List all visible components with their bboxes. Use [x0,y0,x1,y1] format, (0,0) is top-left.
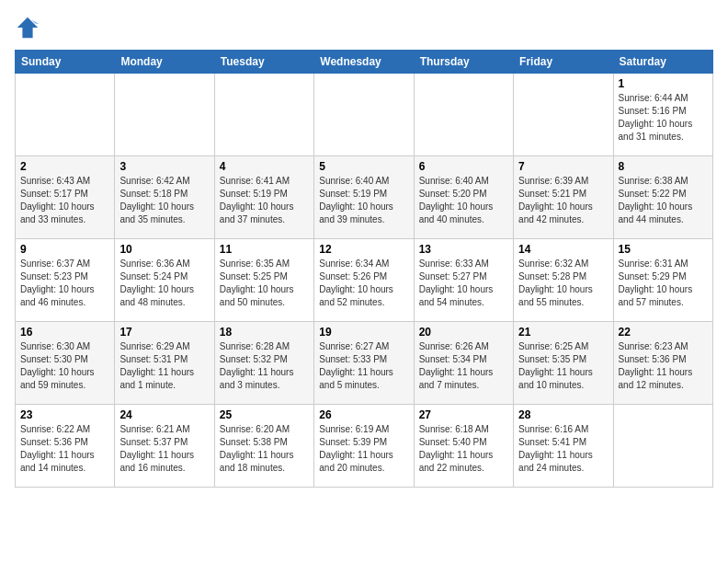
calendar-cell: 4Sunrise: 6:41 AM Sunset: 5:19 PM Daylig… [214,156,313,239]
logo-icon [15,15,40,40]
calendar-week-row: 9Sunrise: 6:37 AM Sunset: 5:23 PM Daylig… [16,239,713,322]
calendar-cell: 23Sunrise: 6:22 AM Sunset: 5:36 PM Dayli… [16,405,115,488]
calendar-week-row: 2Sunrise: 6:43 AM Sunset: 5:17 PM Daylig… [16,156,713,239]
calendar-cell: 5Sunrise: 6:40 AM Sunset: 5:19 PM Daylig… [314,156,414,239]
calendar-cell [16,74,115,156]
day-number: 23 [20,408,109,421]
weekday-header: Friday [514,51,613,74]
day-info: Sunrise: 6:40 AM Sunset: 5:19 PM Dayligh… [319,175,408,226]
day-number: 15 [619,243,708,256]
day-info: Sunrise: 6:41 AM Sunset: 5:19 PM Dayligh… [220,175,309,226]
day-info: Sunrise: 6:36 AM Sunset: 5:24 PM Dayligh… [119,258,209,309]
day-info: Sunrise: 6:26 AM Sunset: 5:34 PM Dayligh… [419,340,508,392]
day-number: 17 [119,326,209,339]
calendar-cell: 25Sunrise: 6:20 AM Sunset: 5:38 PM Dayli… [214,405,313,488]
day-info: Sunrise: 6:43 AM Sunset: 5:17 PM Dayligh… [20,175,109,226]
day-info: Sunrise: 6:21 AM Sunset: 5:37 PM Dayligh… [119,423,209,475]
day-info: Sunrise: 6:31 AM Sunset: 5:29 PM Dayligh… [619,258,708,309]
day-number: 6 [419,160,508,173]
day-info: Sunrise: 6:30 AM Sunset: 5:30 PM Dayligh… [20,340,109,392]
calendar-cell: 3Sunrise: 6:42 AM Sunset: 5:18 PM Daylig… [115,156,214,239]
day-info: Sunrise: 6:40 AM Sunset: 5:20 PM Dayligh… [419,175,508,226]
day-number: 11 [220,243,309,256]
day-info: Sunrise: 6:16 AM Sunset: 5:41 PM Dayligh… [518,423,608,475]
day-number: 2 [20,160,109,173]
day-info: Sunrise: 6:29 AM Sunset: 5:31 PM Dayligh… [119,340,209,392]
calendar-week-row: 16Sunrise: 6:30 AM Sunset: 5:30 PM Dayli… [16,322,713,405]
calendar-cell: 18Sunrise: 6:28 AM Sunset: 5:32 PM Dayli… [214,322,313,405]
calendar-cell [115,74,214,156]
day-number: 10 [119,243,209,256]
calendar-cell: 7Sunrise: 6:39 AM Sunset: 5:21 PM Daylig… [514,156,613,239]
day-info: Sunrise: 6:35 AM Sunset: 5:25 PM Dayligh… [220,258,309,309]
calendar-cell: 12Sunrise: 6:34 AM Sunset: 5:26 PM Dayli… [314,239,414,322]
day-info: Sunrise: 6:20 AM Sunset: 5:38 PM Dayligh… [220,423,309,475]
calendar-cell: 11Sunrise: 6:35 AM Sunset: 5:25 PM Dayli… [214,239,313,322]
day-info: Sunrise: 6:38 AM Sunset: 5:22 PM Dayligh… [619,175,708,226]
day-number: 3 [119,160,209,173]
calendar-table: SundayMondayTuesdayWednesdayThursdayFrid… [15,50,713,488]
day-number: 27 [419,408,508,421]
day-info: Sunrise: 6:32 AM Sunset: 5:28 PM Dayligh… [518,258,608,309]
day-info: Sunrise: 6:33 AM Sunset: 5:27 PM Dayligh… [419,258,508,309]
day-info: Sunrise: 6:22 AM Sunset: 5:36 PM Dayligh… [20,423,109,475]
day-number: 4 [220,160,309,173]
day-info: Sunrise: 6:27 AM Sunset: 5:33 PM Dayligh… [319,340,408,392]
calendar-cell: 19Sunrise: 6:27 AM Sunset: 5:33 PM Dayli… [314,322,414,405]
day-number: 19 [319,326,408,339]
calendar-cell [314,74,414,156]
calendar-cell: 20Sunrise: 6:26 AM Sunset: 5:34 PM Dayli… [414,322,513,405]
calendar-cell [414,74,513,156]
weekday-header: Sunday [16,51,115,74]
calendar-cell: 28Sunrise: 6:16 AM Sunset: 5:41 PM Dayli… [514,405,613,488]
day-number: 21 [518,326,608,339]
calendar-cell: 6Sunrise: 6:40 AM Sunset: 5:20 PM Daylig… [414,156,513,239]
day-number: 24 [119,408,209,421]
calendar-cell: 2Sunrise: 6:43 AM Sunset: 5:17 PM Daylig… [16,156,115,239]
day-number: 26 [319,408,408,421]
weekday-header: Tuesday [214,51,313,74]
calendar-cell: 10Sunrise: 6:36 AM Sunset: 5:24 PM Dayli… [115,239,214,322]
day-number: 14 [518,243,608,256]
weekday-header: Thursday [414,51,513,74]
day-info: Sunrise: 6:42 AM Sunset: 5:18 PM Dayligh… [119,175,209,226]
calendar-cell [214,74,313,156]
calendar-cell [514,74,613,156]
calendar-cell: 22Sunrise: 6:23 AM Sunset: 5:36 PM Dayli… [613,322,712,405]
weekday-header: Saturday [613,51,712,74]
day-number: 1 [619,77,708,90]
calendar-cell: 27Sunrise: 6:18 AM Sunset: 5:40 PM Dayli… [414,405,513,488]
calendar-week-row: 23Sunrise: 6:22 AM Sunset: 5:36 PM Dayli… [16,405,713,488]
calendar-cell: 17Sunrise: 6:29 AM Sunset: 5:31 PM Dayli… [115,322,214,405]
day-number: 5 [319,160,408,173]
day-info: Sunrise: 6:25 AM Sunset: 5:35 PM Dayligh… [518,340,608,392]
day-number: 7 [518,160,608,173]
page-header [15,15,713,40]
day-info: Sunrise: 6:37 AM Sunset: 5:23 PM Dayligh… [20,258,109,309]
calendar-cell: 8Sunrise: 6:38 AM Sunset: 5:22 PM Daylig… [613,156,712,239]
weekday-header: Wednesday [314,51,414,74]
calendar-cell: 1Sunrise: 6:44 AM Sunset: 5:16 PM Daylig… [613,74,712,156]
calendar-cell [613,405,712,488]
calendar-cell: 15Sunrise: 6:31 AM Sunset: 5:29 PM Dayli… [613,239,712,322]
calendar-cell: 24Sunrise: 6:21 AM Sunset: 5:37 PM Dayli… [115,405,214,488]
day-info: Sunrise: 6:18 AM Sunset: 5:40 PM Dayligh… [419,423,508,475]
day-info: Sunrise: 6:39 AM Sunset: 5:21 PM Dayligh… [518,175,608,226]
calendar-week-row: 1Sunrise: 6:44 AM Sunset: 5:16 PM Daylig… [16,74,713,156]
day-number: 18 [220,326,309,339]
day-info: Sunrise: 6:23 AM Sunset: 5:36 PM Dayligh… [619,340,708,392]
day-number: 28 [518,408,608,421]
calendar-cell: 26Sunrise: 6:19 AM Sunset: 5:39 PM Dayli… [314,405,414,488]
calendar-cell: 9Sunrise: 6:37 AM Sunset: 5:23 PM Daylig… [16,239,115,322]
weekday-header: Monday [115,51,214,74]
day-info: Sunrise: 6:19 AM Sunset: 5:39 PM Dayligh… [319,423,408,475]
day-number: 16 [20,326,109,339]
day-info: Sunrise: 6:34 AM Sunset: 5:26 PM Dayligh… [319,258,408,309]
day-number: 13 [419,243,508,256]
day-number: 25 [220,408,309,421]
day-info: Sunrise: 6:44 AM Sunset: 5:16 PM Dayligh… [619,92,708,144]
calendar-cell: 14Sunrise: 6:32 AM Sunset: 5:28 PM Dayli… [514,239,613,322]
day-number: 20 [419,326,508,339]
calendar-cell: 16Sunrise: 6:30 AM Sunset: 5:30 PM Dayli… [16,322,115,405]
day-number: 8 [619,160,708,173]
